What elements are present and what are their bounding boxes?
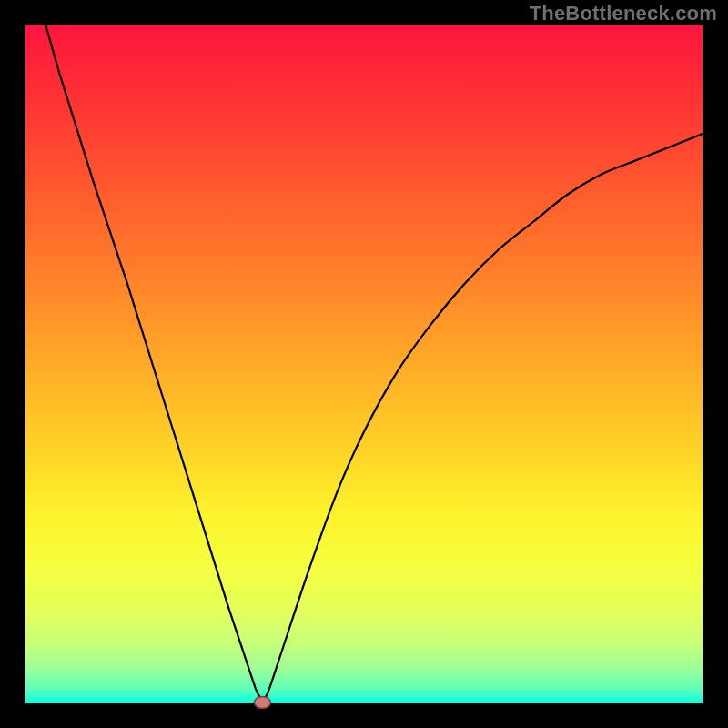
chart-frame: TheBottleneck.com (0, 0, 728, 728)
optimal-point-marker (254, 697, 270, 709)
watermark-text: TheBottleneck.com (530, 2, 717, 25)
bottleneck-chart (0, 0, 728, 728)
plot-background (25, 25, 703, 703)
